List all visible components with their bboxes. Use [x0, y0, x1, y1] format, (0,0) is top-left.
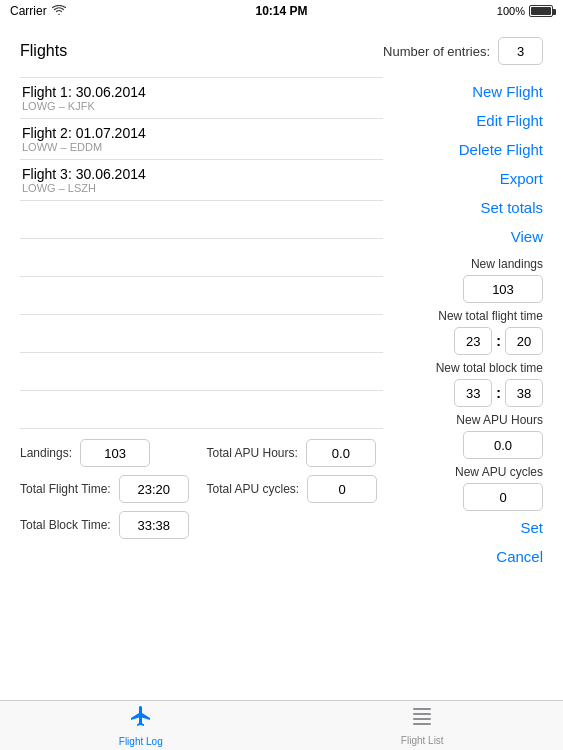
- apu-hours-row: Total APU Hours:: [207, 439, 384, 467]
- empty-row: [20, 391, 383, 429]
- status-left: Carrier: [10, 4, 66, 18]
- new-flight-time-mins[interactable]: [505, 327, 543, 355]
- delete-flight-button[interactable]: Delete Flight: [393, 135, 543, 164]
- landings-input[interactable]: [80, 439, 150, 467]
- new-apu-hours-input[interactable]: [463, 431, 543, 459]
- new-landings-label: New landings: [393, 257, 543, 271]
- battery-fill: [531, 7, 551, 15]
- tab-flight-log[interactable]: Flight Log: [101, 704, 181, 747]
- tab-flight-log-label: Flight Log: [119, 736, 163, 747]
- left-panel: Flight 1: 30.06.2014 LOWG – KJFK Flight …: [20, 77, 383, 685]
- tab-bar: Flight Log Flight List: [0, 700, 563, 750]
- new-flight-time-label: New total flight time: [393, 309, 543, 323]
- landings-row: Landings:: [20, 439, 197, 467]
- new-landings-input[interactable]: [463, 275, 543, 303]
- set-totals-button[interactable]: Set totals: [393, 193, 543, 222]
- flight-item[interactable]: Flight 1: 30.06.2014 LOWG – KJFK: [20, 77, 383, 119]
- status-time: 10:14 PM: [255, 4, 307, 18]
- tab-flight-list[interactable]: Flight List: [382, 705, 462, 746]
- edit-flight-button[interactable]: Edit Flight: [393, 106, 543, 135]
- entries-control: Number of entries:: [383, 37, 543, 65]
- new-apu-cycles-input[interactable]: [463, 483, 543, 511]
- flight-item[interactable]: Flight 3: 30.06.2014 LOWG – LSZH: [20, 160, 383, 201]
- new-flight-time-hours[interactable]: [454, 327, 492, 355]
- flight-time-label: Total Flight Time:: [20, 482, 111, 496]
- empty-row: [20, 315, 383, 353]
- wifi-icon: [52, 4, 66, 18]
- svg-rect-0: [413, 708, 431, 710]
- block-time-row: Total Block Time:: [20, 511, 197, 539]
- flight-2-route: LOWW – EDDM: [22, 141, 381, 153]
- apu-hours-input[interactable]: [306, 439, 376, 467]
- new-block-time-label: New total block time: [393, 361, 543, 375]
- view-button[interactable]: View: [393, 222, 543, 251]
- block-time-input[interactable]: [119, 511, 189, 539]
- flight-list: Flight 1: 30.06.2014 LOWG – KJFK Flight …: [20, 77, 383, 429]
- carrier-label: Carrier: [10, 4, 47, 18]
- new-flight-button[interactable]: New Flight: [393, 77, 543, 106]
- set-button[interactable]: Set: [393, 515, 543, 540]
- empty-row: [20, 277, 383, 315]
- apu-cycles-label: Total APU cycles:: [207, 482, 300, 496]
- status-bar: Carrier 10:14 PM 100%: [0, 0, 563, 22]
- section-title: Flights: [20, 42, 67, 60]
- svg-rect-3: [413, 723, 431, 725]
- battery-icon: [529, 5, 553, 17]
- bottom-fields: Landings: Total APU Hours: Total Flight …: [20, 439, 383, 539]
- flight-3-route: LOWG – LSZH: [22, 182, 381, 194]
- flight-2-label: Flight 2: 01.07.2014: [22, 125, 381, 141]
- right-panel: New Flight Edit Flight Delete Flight Exp…: [383, 77, 543, 685]
- flight-list-icon: [411, 705, 433, 733]
- flight-time-input[interactable]: [119, 475, 189, 503]
- flight-item[interactable]: Flight 2: 01.07.2014 LOWW – EDDM: [20, 119, 383, 160]
- top-bar: Flights Number of entries:: [20, 37, 543, 65]
- status-right: 100%: [497, 5, 553, 17]
- landings-label: Landings:: [20, 446, 72, 460]
- apu-cycles-row: Total APU cycles:: [207, 475, 384, 503]
- empty-row: [20, 239, 383, 277]
- battery-percent: 100%: [497, 5, 525, 17]
- flight-log-icon: [129, 704, 153, 734]
- new-block-time-hours[interactable]: [454, 379, 492, 407]
- time-sep-2: :: [496, 385, 501, 401]
- flight-3-label: Flight 3: 30.06.2014: [22, 166, 381, 182]
- new-apu-cycles-label: New APU cycles: [393, 465, 543, 479]
- empty-row: [20, 353, 383, 391]
- entries-label: Number of entries:: [383, 44, 490, 59]
- svg-rect-1: [413, 713, 431, 715]
- new-apu-hours-label: New APU Hours: [393, 413, 543, 427]
- export-button[interactable]: Export: [393, 164, 543, 193]
- empty-row: [20, 201, 383, 239]
- svg-rect-2: [413, 718, 431, 720]
- apu-hours-label: Total APU Hours:: [207, 446, 298, 460]
- entries-input[interactable]: [498, 37, 543, 65]
- new-flight-time-row: :: [454, 327, 543, 355]
- cancel-button[interactable]: Cancel: [393, 544, 543, 569]
- flight-1-route: LOWG – KJFK: [22, 100, 381, 112]
- flight-1-label: Flight 1: 30.06.2014: [22, 84, 381, 100]
- time-sep: :: [496, 333, 501, 349]
- new-block-time-row: :: [454, 379, 543, 407]
- new-block-time-mins[interactable]: [505, 379, 543, 407]
- tab-flight-list-label: Flight List: [401, 735, 444, 746]
- main-content: Flights Number of entries: Flight 1: 30.…: [0, 22, 563, 700]
- apu-cycles-input[interactable]: [307, 475, 377, 503]
- flight-time-row: Total Flight Time:: [20, 475, 197, 503]
- block-time-label: Total Block Time:: [20, 518, 111, 532]
- two-col-layout: Flight 1: 30.06.2014 LOWG – KJFK Flight …: [20, 77, 543, 685]
